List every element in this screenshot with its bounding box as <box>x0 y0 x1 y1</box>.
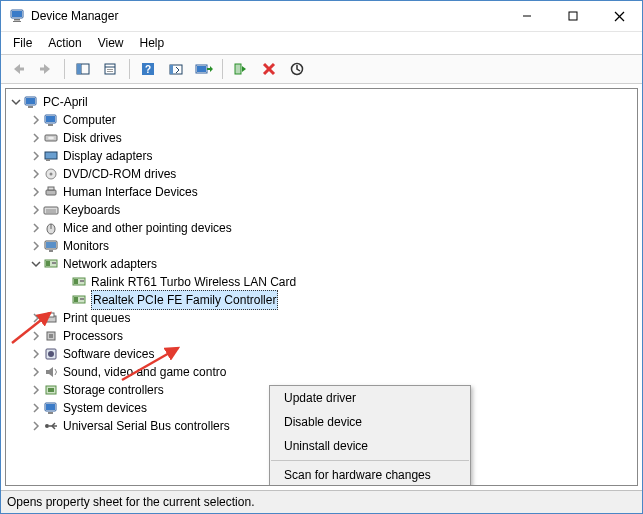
expand-icon[interactable] <box>29 349 43 359</box>
tree-category-label: Universal Serial Bus controllers <box>63 417 230 435</box>
svg-rect-20 <box>170 65 173 74</box>
toolbar: ? <box>1 54 642 84</box>
svg-rect-28 <box>26 98 35 104</box>
show-hide-tree-button[interactable] <box>70 57 96 81</box>
back-button[interactable] <box>5 57 31 81</box>
expand-icon[interactable] <box>29 151 43 161</box>
tree-category-label: Sound, video and game contro <box>63 363 226 381</box>
properties-button[interactable] <box>98 57 124 81</box>
menu-action[interactable]: Action <box>40 34 89 52</box>
tree-category-label: Software devices <box>63 345 154 363</box>
toolbar-separator <box>129 59 130 79</box>
expand-icon[interactable] <box>29 403 43 413</box>
expand-icon[interactable] <box>29 385 43 395</box>
tree-category-label: Storage controllers <box>63 381 164 399</box>
svg-rect-47 <box>46 242 56 248</box>
svg-text:?: ? <box>145 64 151 75</box>
svg-point-69 <box>45 424 49 428</box>
tree-category[interactable]: Disk drives <box>7 129 636 147</box>
device-icon <box>43 130 59 146</box>
svg-rect-5 <box>569 12 577 20</box>
window-title: Device Manager <box>31 9 504 23</box>
svg-point-34 <box>48 137 54 139</box>
tree-category[interactable]: Monitors <box>7 237 636 255</box>
device-icon <box>43 256 59 272</box>
scan-hardware-button[interactable] <box>163 57 189 81</box>
tree-category-label: Network adapters <box>63 255 157 273</box>
menu-view[interactable]: View <box>90 34 132 52</box>
expand-icon[interactable] <box>9 97 23 107</box>
expand-icon[interactable] <box>29 313 43 323</box>
svg-rect-22 <box>197 66 206 72</box>
tree-category-label: Computer <box>63 111 116 129</box>
enable-device-button[interactable] <box>228 57 254 81</box>
device-icon <box>43 202 59 218</box>
tree-category[interactable]: Mice and other pointing devices <box>7 219 636 237</box>
tree-category-label: Print queues <box>63 309 130 327</box>
expand-icon[interactable] <box>29 223 43 233</box>
svg-rect-3 <box>13 21 21 22</box>
svg-rect-48 <box>49 250 53 252</box>
computer-icon <box>23 94 39 110</box>
context-menu: Update driver Disable device Uninstall d… <box>269 385 471 486</box>
tree-category[interactable]: DVD/CD-ROM drives <box>7 165 636 183</box>
close-button[interactable] <box>596 1 642 31</box>
tree-category[interactable]: Keyboards <box>7 201 636 219</box>
forward-button[interactable] <box>33 57 59 81</box>
tree-category-label: Disk drives <box>63 129 122 147</box>
expand-icon[interactable] <box>29 367 43 377</box>
expand-icon[interactable] <box>29 241 43 251</box>
tree-category[interactable]: Human Interface Devices <box>7 183 636 201</box>
svg-rect-51 <box>52 262 56 264</box>
menu-file[interactable]: File <box>5 34 40 52</box>
device-icon <box>43 382 59 398</box>
expand-icon[interactable] <box>29 115 43 125</box>
ctx-disable-device[interactable]: Disable device <box>270 410 470 434</box>
expand-icon[interactable] <box>29 187 43 197</box>
expand-icon[interactable] <box>29 169 43 179</box>
expand-icon[interactable] <box>29 259 43 269</box>
tree-root[interactable]: PC-April <box>7 93 636 111</box>
svg-rect-32 <box>48 124 53 126</box>
help-button[interactable]: ? <box>135 57 161 81</box>
titlebar: Device Manager <box>1 1 642 32</box>
tree-category[interactable]: Processors <box>7 327 636 345</box>
tree-category[interactable]: Network adapters <box>7 255 636 273</box>
svg-rect-59 <box>48 313 54 317</box>
expand-icon[interactable] <box>29 133 43 143</box>
expand-icon[interactable] <box>29 331 43 341</box>
tree-category[interactable]: Print queues <box>7 309 636 327</box>
uninstall-device-button[interactable] <box>256 57 282 81</box>
ctx-separator <box>271 460 469 461</box>
maximize-button[interactable] <box>550 1 596 31</box>
menu-help[interactable]: Help <box>132 34 173 52</box>
menubar: File Action View Help <box>1 32 642 54</box>
ctx-uninstall-device[interactable]: Uninstall device <box>270 434 470 458</box>
tree-category-label: Mice and other pointing devices <box>63 219 232 237</box>
device-icon <box>43 346 59 362</box>
update-driver-button[interactable] <box>191 57 217 81</box>
tree-device[interactable]: Realtek PCIe FE Family Controller <box>7 291 636 309</box>
svg-rect-50 <box>46 261 50 266</box>
device-icon <box>43 328 59 344</box>
tree-category[interactable]: Display adapters <box>7 147 636 165</box>
device-icon <box>43 310 59 326</box>
tree-category[interactable]: Computer <box>7 111 636 129</box>
svg-rect-57 <box>80 298 84 300</box>
tree-device[interactable]: Ralink RT61 Turbo Wireless LAN Card <box>7 273 636 291</box>
minimize-button[interactable] <box>504 1 550 31</box>
ctx-update-driver[interactable]: Update driver <box>270 386 470 410</box>
expand-icon[interactable] <box>29 421 43 431</box>
svg-rect-68 <box>48 412 53 414</box>
svg-rect-12 <box>77 64 81 74</box>
expand-icon[interactable] <box>29 205 43 215</box>
tree-category[interactable]: Sound, video and game contro <box>7 363 636 381</box>
svg-rect-54 <box>80 280 84 282</box>
ctx-scan-hardware[interactable]: Scan for hardware changes <box>270 463 470 486</box>
toolbar-separator <box>64 59 65 79</box>
disable-device-button[interactable] <box>284 57 310 81</box>
svg-point-38 <box>50 173 53 176</box>
device-icon <box>43 418 59 434</box>
tree-category[interactable]: Software devices <box>7 345 636 363</box>
device-icon <box>43 148 59 164</box>
